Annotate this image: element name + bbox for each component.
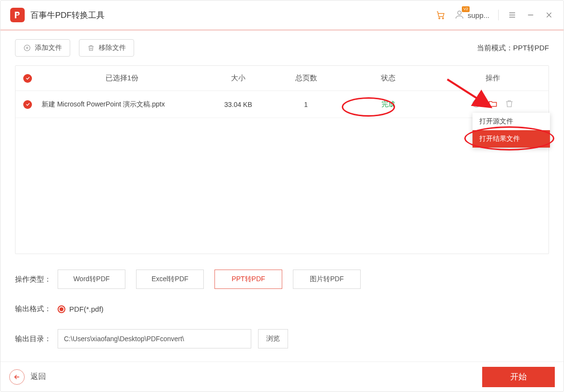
svg-marker-15 — [475, 102, 478, 106]
radio-selected-icon[interactable] — [58, 305, 65, 313]
svg-point-0 — [439, 17, 440, 19]
table-header: 已选择1份 大小 总页数 状态 操作 — [15, 66, 549, 91]
toolbar: 添加文件 移除文件 当前模式：PPT转PDF — [15, 39, 549, 57]
svg-point-2 — [457, 11, 461, 14]
close-icon[interactable] — [544, 10, 554, 20]
user-account[interactable]: V2 supp... — [454, 9, 489, 21]
output-dir-section: 输出目录： 浏览 — [15, 329, 549, 348]
minimize-icon[interactable] — [526, 10, 535, 20]
title-icons: V2 supp... — [436, 9, 554, 21]
operation-type-section: 操作类型： Word转PDFExcel转PDFPPT转PDF图片转PDF — [15, 270, 549, 289]
row-size: 33.04 KB — [204, 101, 272, 108]
output-dir-input[interactable] — [58, 329, 251, 348]
menu-open-result[interactable]: 打开结果文件 — [473, 130, 550, 148]
check-icon — [23, 74, 32, 83]
menu-open-source[interactable]: 打开源文件 — [473, 113, 550, 130]
app-logo — [10, 8, 25, 22]
vip-badge: V2 — [462, 6, 470, 12]
header-actions: 操作 — [437, 74, 549, 83]
output-format-value: PDF(*.pdf) — [69, 305, 104, 313]
back-label: 返回 — [30, 372, 46, 382]
plus-circle-icon — [23, 44, 31, 52]
remove-file-label: 移除文件 — [99, 44, 126, 52]
header-pages: 总页数 — [272, 74, 340, 83]
user-label: supp... — [468, 11, 489, 19]
check-icon — [23, 100, 32, 109]
output-format-label: 输出格式： — [15, 304, 58, 314]
row-actions — [437, 99, 549, 110]
row-filename: 新建 Microsoft PowerPoint 演示文稿.pptx — [40, 100, 204, 109]
table-row: 新建 Microsoft PowerPoint 演示文稿.pptx 33.04 … — [15, 91, 549, 118]
output-dir-label: 输出目录： — [15, 334, 58, 344]
delete-icon[interactable] — [504, 99, 514, 108]
header-check[interactable] — [15, 74, 40, 83]
svg-point-1 — [442, 17, 444, 19]
app-title: 百事牛PDF转换工具 — [30, 10, 105, 21]
row-check[interactable] — [15, 100, 40, 109]
back-arrow-icon — [9, 369, 25, 385]
current-mode: 当前模式：PPT转PDF — [477, 44, 549, 53]
row-pages: 1 — [272, 101, 340, 108]
operation-type-buttons: Word转PDFExcel转PDFPPT转PDF图片转PDF — [58, 270, 371, 289]
cart-icon[interactable] — [436, 10, 445, 20]
avatar-icon: V2 — [454, 9, 465, 21]
back-button[interactable]: 返回 — [9, 369, 46, 385]
play-icon[interactable] — [472, 99, 481, 108]
operation-type-option[interactable]: 图片转PDF — [293, 270, 361, 289]
remove-file-button[interactable]: 移除文件 — [79, 39, 134, 57]
trash-icon — [87, 44, 95, 52]
footer: 返回 开始 — [0, 362, 564, 392]
header-name: 已选择1份 — [40, 74, 204, 83]
title-bar: 百事牛PDF转换工具 V2 supp... — [0, 0, 564, 30]
operation-type-label: 操作类型： — [15, 275, 58, 284]
output-format-section: 输出格式： PDF(*.pdf) — [15, 304, 549, 314]
header-status: 状态 — [340, 74, 437, 83]
start-button[interactable]: 开始 — [482, 367, 555, 387]
main-panel: 添加文件 移除文件 当前模式：PPT转PDF 已选择1份 大小 总页数 状态 操… — [0, 30, 564, 362]
row-status: 完成 — [340, 100, 437, 109]
operation-type-option[interactable]: Excel转PDF — [136, 270, 204, 289]
add-file-button[interactable]: 添加文件 — [15, 39, 70, 57]
folder-icon[interactable] — [488, 99, 498, 108]
header-size: 大小 — [204, 74, 272, 83]
menu-icon[interactable] — [507, 10, 517, 20]
context-menu: 打开源文件 打开结果文件 — [473, 113, 550, 148]
divider — [498, 10, 499, 20]
file-table: 已选择1份 大小 总页数 状态 操作 新建 Microsoft PowerPoi… — [15, 65, 549, 254]
app-window: 百事牛PDF转换工具 V2 supp... — [0, 0, 564, 392]
browse-button[interactable]: 浏览 — [258, 329, 288, 348]
operation-type-option[interactable]: PPT转PDF — [214, 270, 282, 289]
add-file-label: 添加文件 — [35, 44, 62, 52]
operation-type-option[interactable]: Word转PDF — [58, 270, 125, 289]
